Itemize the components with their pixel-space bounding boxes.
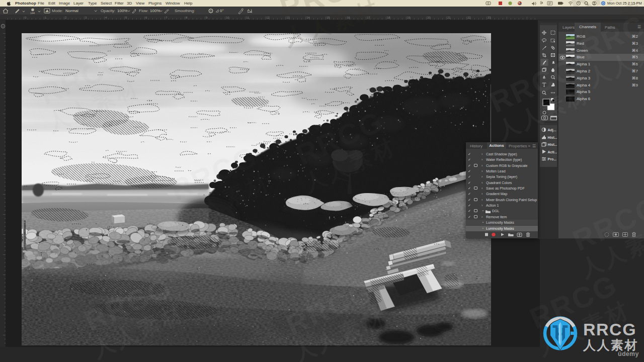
svg-text:RRCG: RRCG: [583, 320, 636, 339]
svg-text:Acti...: Acti...: [548, 150, 557, 154]
svg-text:20: 20: [427, 16, 431, 19]
svg-text:13: 13: [286, 16, 290, 19]
svg-text:144: 144: [30, 12, 35, 15]
svg-text:Pro...: Pro...: [548, 157, 557, 161]
svg-text:人人素材: 人人素材: [583, 338, 638, 352]
svg-text:Hist...: Hist...: [548, 136, 557, 139]
svg-text:19: 19: [407, 16, 411, 19]
svg-text:15: 15: [327, 16, 330, 19]
svg-text:17: 17: [367, 16, 370, 19]
svg-text:11: 11: [246, 16, 250, 19]
svg-text:21: 21: [447, 16, 451, 19]
svg-text:22: 22: [467, 16, 471, 19]
svg-text:23: 23: [488, 16, 491, 19]
svg-text:18: 18: [387, 16, 390, 19]
svg-text:16: 16: [347, 16, 350, 19]
svg-text:Adj...: Adj...: [548, 128, 556, 132]
svg-text:14: 14: [306, 16, 310, 19]
svg-text:12: 12: [266, 16, 270, 19]
svg-text:10: 10: [226, 16, 229, 19]
svg-text:Hist...: Hist...: [548, 143, 557, 146]
